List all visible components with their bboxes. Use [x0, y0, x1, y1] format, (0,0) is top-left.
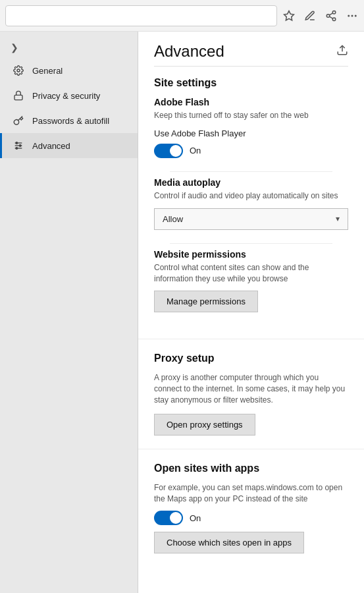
sidebar-item-advanced[interactable]: Advanced — [0, 133, 138, 158]
adobe-flash-group: Adobe Flash Keep this turned off to stay… — [154, 97, 348, 158]
svg-point-2 — [326, 14, 330, 17]
svg-line-4 — [329, 16, 332, 18]
main-area: ❯ General Privacy & security — [0, 32, 364, 593]
website-permissions-group: Website permissions Control what content… — [154, 249, 348, 313]
dropdown-arrow-icon: ▾ — [336, 214, 340, 223]
sep4 — [138, 449, 364, 449]
sidebar-item-general[interactable]: General — [0, 58, 138, 83]
choose-sites-button[interactable]: Choose which sites open in apps — [154, 532, 304, 553]
sidebar-item-label-privacy: Privacy & security — [32, 91, 100, 101]
sidebar-item-label-advanced: Advanced — [32, 141, 70, 151]
svg-point-7 — [351, 14, 353, 16]
privacy-icon — [13, 90, 24, 101]
website-permissions-name: Website permissions — [154, 249, 348, 260]
svg-point-15 — [19, 145, 21, 147]
proxy-desc: A proxy is another computer through whic… — [154, 372, 348, 405]
svg-point-3 — [332, 18, 336, 21]
open-proxy-settings-button[interactable]: Open proxy settings — [154, 414, 255, 436]
sep1 — [170, 171, 332, 172]
svg-line-5 — [329, 13, 332, 14]
sep3 — [138, 339, 364, 339]
media-autoplay-dropdown[interactable]: Allow ▾ — [154, 208, 348, 230]
back-button[interactable]: ❯ — [0, 37, 138, 58]
share-icon[interactable] — [325, 9, 338, 22]
dropdown-value: Allow — [163, 214, 183, 224]
svg-point-6 — [348, 14, 350, 16]
adobe-flash-toggle[interactable] — [154, 144, 183, 158]
sep2 — [170, 243, 332, 244]
site-settings-section: Site settings Adobe Flash Keep this turn… — [138, 67, 364, 336]
media-autoplay-group: Media autoplay Control if audio and vide… — [154, 177, 348, 230]
browser-icons — [282, 9, 359, 22]
sidebar-item-label-general: General — [32, 66, 63, 76]
svg-point-8 — [355, 14, 357, 16]
page-title: Advanced — [154, 42, 224, 61]
svg-point-9 — [17, 69, 20, 72]
more-icon[interactable] — [346, 9, 359, 22]
adobe-flash-name: Adobe Flash — [154, 97, 348, 107]
website-permissions-desc: Control what content sites can show and … — [154, 262, 348, 285]
sidebar-item-label-passwords: Passwords & autofill — [32, 116, 109, 126]
open-sites-toggle-state: On — [190, 513, 201, 523]
browser-bar — [0, 0, 364, 32]
open-sites-section: Open sites with apps For example, you ca… — [138, 452, 364, 565]
open-sites-desc: For example, you can set maps.windows.co… — [154, 482, 348, 505]
advanced-icon — [13, 140, 24, 152]
adobe-flash-toggle-label: Use Adobe Flash Player — [154, 128, 348, 140]
content-panel: Advanced Site settings Adobe Flash Keep … — [138, 32, 364, 593]
adobe-flash-toggle-row: On — [154, 144, 348, 158]
favorites-icon[interactable] — [282, 9, 296, 22]
passwords-icon — [13, 115, 24, 127]
general-icon — [13, 65, 24, 76]
address-bar[interactable] — [5, 5, 277, 26]
sidebar-item-privacy[interactable]: Privacy & security — [0, 83, 138, 108]
svg-rect-10 — [14, 95, 22, 99]
section-title: Site settings — [154, 77, 348, 89]
adobe-flash-toggle-state: On — [190, 146, 201, 155]
media-autoplay-name: Media autoplay — [154, 177, 348, 188]
svg-point-14 — [16, 142, 18, 144]
svg-point-1 — [332, 11, 336, 14]
svg-point-16 — [16, 148, 18, 150]
media-autoplay-desc: Control if audio and video play automati… — [154, 190, 348, 202]
open-sites-toggle-row: On — [154, 511, 348, 525]
adobe-flash-desc: Keep this turned off to stay safer on th… — [154, 110, 348, 121]
open-sites-toggle[interactable] — [154, 511, 183, 525]
svg-marker-0 — [284, 11, 294, 20]
content-header: Advanced — [138, 32, 364, 66]
proxy-title: Proxy setup — [154, 353, 348, 364]
back-icon: ❯ — [11, 42, 18, 53]
pen-icon[interactable] — [303, 9, 317, 22]
proxy-section: Proxy setup A proxy is another computer … — [138, 342, 364, 445]
sidebar-item-passwords[interactable]: Passwords & autofill — [0, 108, 138, 133]
open-sites-title: Open sites with apps — [154, 463, 348, 474]
manage-permissions-button[interactable]: Manage permissions — [154, 291, 258, 312]
sidebar: ❯ General Privacy & security — [0, 32, 138, 593]
pin-icon[interactable] — [336, 44, 348, 59]
